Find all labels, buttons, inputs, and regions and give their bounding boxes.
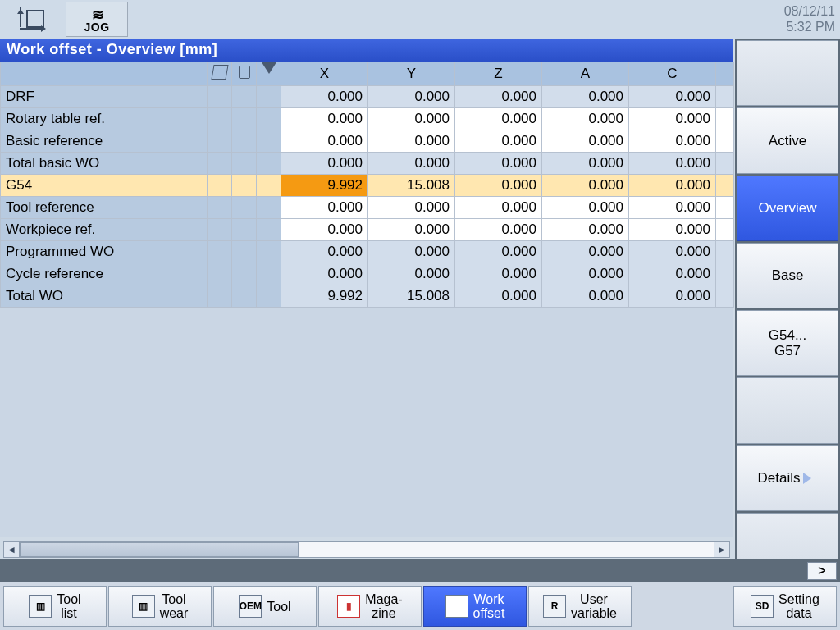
cell-Y[interactable]: 0.000 bbox=[368, 86, 455, 108]
more-chip[interactable]: > bbox=[807, 562, 837, 580]
cell-X[interactable]: 0.000 bbox=[281, 263, 368, 285]
cell-A[interactable]: 0.000 bbox=[542, 108, 629, 130]
table-row[interactable]: DRF0.0000.0000.0000.0000.000 bbox=[1, 86, 734, 108]
cell-Z[interactable]: 0.000 bbox=[455, 130, 542, 153]
cell-C[interactable]: 0.000 bbox=[629, 219, 716, 241]
row-ico2 bbox=[232, 108, 257, 130]
cell-X[interactable]: 0.000 bbox=[281, 219, 368, 241]
row-name: DRF bbox=[1, 86, 208, 108]
cell-Y[interactable]: 15.008 bbox=[368, 175, 455, 197]
softkey-user-variable[interactable]: R Uservariable bbox=[528, 586, 632, 627]
scroll-track[interactable] bbox=[20, 541, 714, 558]
jog-mode-icon[interactable]: ≋ JOG bbox=[66, 2, 128, 37]
cell-Y[interactable]: 0.000 bbox=[368, 263, 455, 285]
cell-Z[interactable]: 0.000 bbox=[455, 153, 542, 175]
cell-A[interactable]: 0.000 bbox=[542, 263, 629, 285]
row-ico2 bbox=[232, 241, 257, 263]
table-row[interactable]: Rotary table ref.0.0000.0000.0000.0000.0… bbox=[1, 108, 734, 130]
vkey-base[interactable]: Base bbox=[737, 243, 838, 308]
col-header-ico3 bbox=[257, 62, 281, 86]
cell-A[interactable]: 0.000 bbox=[542, 86, 629, 108]
softkey-tool-list[interactable]: ▥ Toollist bbox=[3, 586, 107, 627]
cell-A[interactable]: 0.000 bbox=[542, 285, 629, 308]
table-row[interactable]: Workpiece ref.0.0000.0000.0000.0000.000 bbox=[1, 219, 734, 241]
softkey-magazine[interactable]: ▮ Maga-zine bbox=[318, 586, 422, 627]
cell-Z[interactable]: 0.000 bbox=[455, 241, 542, 263]
cell-Z[interactable]: 0.000 bbox=[455, 197, 542, 219]
row-ico3 bbox=[257, 285, 281, 308]
cell-Z[interactable]: 0.000 bbox=[455, 285, 542, 308]
softkey-label: Workoffset bbox=[473, 592, 505, 620]
cell-A[interactable]: 0.000 bbox=[542, 175, 629, 197]
cell-Z[interactable]: 0.000 bbox=[455, 86, 542, 108]
cell-Z[interactable]: 0.000 bbox=[455, 108, 542, 130]
cell-X[interactable]: 0.000 bbox=[281, 130, 368, 153]
cell-Y[interactable]: 0.000 bbox=[368, 219, 455, 241]
cell-X[interactable]: 9.992 bbox=[281, 175, 368, 197]
cell-C[interactable]: 0.000 bbox=[629, 86, 716, 108]
row-ico2 bbox=[232, 285, 257, 308]
coord-system-icon bbox=[2, 2, 64, 37]
scroll-left-button[interactable]: ◄ bbox=[3, 541, 20, 558]
cell-Y[interactable]: 0.000 bbox=[368, 153, 455, 175]
cell-Y[interactable]: 15.008 bbox=[368, 285, 455, 308]
vkey-details[interactable]: Details bbox=[737, 445, 838, 511]
softkey-tool-wear[interactable]: ▥ Toolwear bbox=[108, 586, 212, 627]
row-ico2 bbox=[232, 130, 257, 153]
table-row[interactable]: Total WO9.99215.0080.0000.0000.000 bbox=[1, 285, 734, 308]
cell-X[interactable]: 9.992 bbox=[281, 285, 368, 308]
row-name: Total basic WO bbox=[1, 153, 208, 175]
cell-X[interactable]: 0.000 bbox=[281, 197, 368, 219]
cell-Z[interactable]: 0.000 bbox=[455, 219, 542, 241]
horizontal-scrollbar[interactable]: ◄ ► bbox=[3, 541, 730, 558]
cell-A[interactable]: 0.000 bbox=[542, 130, 629, 153]
row-ico1 bbox=[208, 197, 232, 219]
cell-X[interactable]: 0.000 bbox=[281, 108, 368, 130]
cell-X[interactable]: 0.000 bbox=[281, 86, 368, 108]
cell-Z[interactable]: 0.000 bbox=[455, 263, 542, 285]
vkey-overview[interactable]: Overview bbox=[737, 176, 838, 241]
scroll-thumb[interactable] bbox=[20, 542, 299, 557]
cell-A[interactable]: 0.000 bbox=[542, 241, 629, 263]
cell-X[interactable]: 0.000 bbox=[281, 153, 368, 175]
row-name: Total WO bbox=[1, 285, 208, 308]
cell-Y[interactable]: 0.000 bbox=[368, 197, 455, 219]
cell-C[interactable]: 0.000 bbox=[629, 285, 716, 308]
table-row[interactable]: Cycle reference0.0000.0000.0000.0000.000 bbox=[1, 263, 734, 285]
softkey-setting-data[interactable]: SD Settingdata bbox=[733, 586, 837, 627]
table-row[interactable]: Tool reference0.0000.0000.0000.0000.000 bbox=[1, 197, 734, 219]
row-ico3 bbox=[257, 86, 281, 108]
row-ico1 bbox=[208, 175, 232, 197]
vkey-active[interactable]: Active bbox=[737, 107, 838, 173]
cell-Y[interactable]: 0.000 bbox=[368, 241, 455, 263]
cell-C[interactable]: 0.000 bbox=[629, 130, 716, 153]
cell-C[interactable]: 0.000 bbox=[629, 175, 716, 197]
table-row[interactable]: G549.99215.0080.0000.0000.000 bbox=[1, 175, 734, 197]
cell-Y[interactable]: 0.000 bbox=[368, 108, 455, 130]
vkey-g54-g57[interactable]: G54...G57 bbox=[737, 310, 838, 376]
jog-label: JOG bbox=[84, 21, 109, 34]
cell-C[interactable]: 0.000 bbox=[629, 241, 716, 263]
cell-A[interactable]: 0.000 bbox=[542, 219, 629, 241]
softkey-oem-tool[interactable]: OEM Tool bbox=[213, 586, 317, 627]
cell-C[interactable]: 0.000 bbox=[629, 108, 716, 130]
col-header-name bbox=[1, 62, 208, 86]
row-name: G54 bbox=[1, 175, 208, 197]
table-row[interactable]: Total basic WO0.0000.0000.0000.0000.000 bbox=[1, 153, 734, 175]
table-row[interactable]: Basic reference0.0000.0000.0000.0000.000 bbox=[1, 130, 734, 153]
top-bar: ≋ JOG 08/12/11 5:32 PM bbox=[0, 0, 840, 39]
scroll-right-button[interactable]: ► bbox=[714, 541, 730, 558]
row-pad bbox=[716, 153, 734, 175]
cell-Z[interactable]: 0.000 bbox=[455, 175, 542, 197]
cell-A[interactable]: 0.000 bbox=[542, 153, 629, 175]
cell-C[interactable]: 0.000 bbox=[629, 153, 716, 175]
cell-X[interactable]: 0.000 bbox=[281, 241, 368, 263]
row-ico1 bbox=[208, 285, 232, 308]
cell-Y[interactable]: 0.000 bbox=[368, 130, 455, 153]
date-text: 08/12/11 bbox=[784, 3, 835, 19]
cell-A[interactable]: 0.000 bbox=[542, 197, 629, 219]
softkey-work-offset[interactable]: ◉ Workoffset bbox=[423, 586, 527, 627]
cell-C[interactable]: 0.000 bbox=[629, 263, 716, 285]
cell-C[interactable]: 0.000 bbox=[629, 197, 716, 219]
table-row[interactable]: Programmed WO0.0000.0000.0000.0000.000 bbox=[1, 241, 734, 263]
